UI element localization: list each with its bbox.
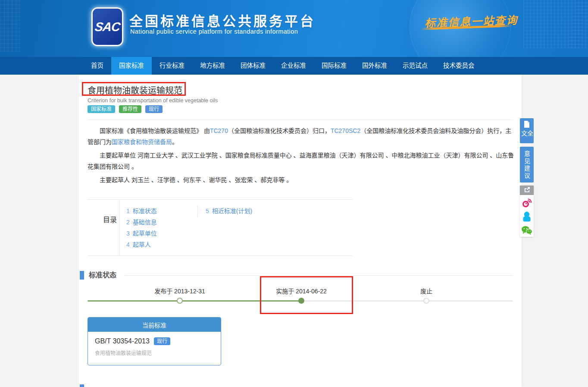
- standard-title-english: Criterion for bulk transportation of edi…: [88, 98, 218, 104]
- standard-name: 食用植物油散装运输规范: [95, 349, 214, 356]
- weibo-share-button[interactable]: [522, 198, 532, 209]
- intro-paragraph: 国家标准《食用植物油散装运输规范》 由TC270（全国粮油标准化技术委员会）归口…: [88, 125, 515, 148]
- qq-icon: [522, 211, 532, 224]
- link-tc270[interactable]: TC270: [210, 127, 228, 134]
- timeline-dot-implemented: [298, 298, 304, 304]
- content-panel: 食用植物油散装运输规范 Criterion for bulk transport…: [79, 75, 522, 387]
- section-title-status: 标准状态: [89, 271, 116, 280]
- nav-item-national-standards[interactable]: 国家标准: [111, 57, 152, 75]
- timeline-label-published: 发布于 2013-12-31: [132, 286, 227, 295]
- drafters-paragraph: 主要起草人 刘玉兰 、汪学德 、何东平 、谢华民 、张宏荣 、郝克非等 。: [88, 174, 515, 186]
- toc-item-similar-standards[interactable]: 5相近标准(计划): [206, 205, 252, 217]
- toc-column-divider: [197, 206, 198, 217]
- nav-item-enterprise-standards[interactable]: 企业标准: [273, 57, 314, 75]
- current-standard-card[interactable]: 当前标准 GB/T 30354-2013 现行 食用植物油散装运输规范: [88, 317, 221, 365]
- fulltext-button[interactable]: 全文: [520, 118, 534, 143]
- nav-item-demonstration-pilot[interactable]: 示范试点: [395, 57, 435, 75]
- section-accent-bar: [80, 271, 84, 280]
- sac-logo-text: SAC: [94, 20, 121, 34]
- main-nav: 首页 国家标准 行业标准 地方标准 团体标准 企业标准 国际标准 国外标准 示范…: [0, 57, 588, 75]
- site-title: 全国标准信息公共服务平台: [129, 10, 316, 30]
- document-icon: [524, 121, 530, 129]
- page: SAC 全国标准信息公共服务平台 National public service…: [0, 0, 588, 387]
- header-pattern: [523, 0, 588, 48]
- tag-recommended: 推荐性: [119, 105, 141, 113]
- standard-title: 食用植物油散装运输规范: [88, 84, 182, 96]
- tag-national-standard: 国家标准: [88, 105, 115, 113]
- toc-label: 目录: [103, 214, 117, 224]
- tag-in-force: 现行: [145, 105, 163, 113]
- toc-item-drafters[interactable]: 4起草人: [126, 239, 151, 250]
- wechat-share-button[interactable]: [522, 226, 532, 236]
- intro-text: （全国粮油标准化技术委员会）归口，: [228, 127, 331, 134]
- standard-tags: 国家标准 推荐性 现行: [88, 105, 163, 113]
- divider: [88, 120, 513, 120]
- current-standard-card-body: GB/T 30354-2013 现行 食用植物油散装运输规范: [88, 332, 221, 356]
- intro-text: 。: [172, 138, 178, 145]
- timeline-line-future: [301, 300, 513, 302]
- sac-logo[interactable]: SAC: [91, 7, 123, 46]
- share-button[interactable]: [520, 186, 534, 195]
- timeline-dot-abolished: [423, 298, 429, 304]
- toc-item-status[interactable]: 1标准状态: [126, 205, 157, 217]
- share-icon: [524, 186, 530, 194]
- next-section-accent-bar: [80, 384, 84, 387]
- link-grain-reserves-bureau[interactable]: 国家粮食和物资储备局: [112, 138, 172, 145]
- timeline-dot-published: [177, 298, 183, 304]
- intro-text: 国家标准《食用植物油散装运输规范》 由: [100, 127, 210, 134]
- nav-item-international-standards[interactable]: 国际标准: [314, 57, 354, 75]
- nav-item-foreign-standards[interactable]: 国外标准: [354, 57, 395, 75]
- toc-divider: [119, 200, 120, 255]
- toc-item-drafting-units[interactable]: 3起草单位: [126, 228, 157, 239]
- nav-item-industry-standards[interactable]: 行业标准: [152, 57, 192, 75]
- site-header: SAC 全国标准信息公共服务平台 National public service…: [0, 0, 588, 57]
- timeline-label-abolished: 废止: [379, 286, 474, 295]
- wechat-icon: [521, 226, 532, 237]
- table-of-contents: 目录 1标准状态 2基础信息 3起草单位 4起草人 5相近标准(计划): [88, 199, 353, 256]
- annotation-box-implementation-date: [260, 276, 353, 314]
- badge-in-force: 现行: [154, 337, 170, 345]
- timeline-label-implemented: 实施于 2014-06-22: [254, 286, 349, 295]
- standard-code[interactable]: GB/T 30354-2013: [95, 337, 150, 345]
- nav-item-home[interactable]: 首页: [83, 57, 111, 75]
- current-standard-card-header: 当前标准: [88, 318, 221, 332]
- weibo-icon: [522, 198, 532, 209]
- section-rule: [125, 275, 513, 276]
- nav-item-technical-committee[interactable]: 技术委员会: [435, 57, 482, 75]
- share-toolbar: [520, 186, 534, 237]
- timeline-line-active: [88, 300, 301, 302]
- drafting-units-paragraph: 主要起草单位 河南工业大学 、武汉工业学院 、国家粮食局标准质量中心 、益海嘉里…: [88, 150, 515, 172]
- feedback-button[interactable]: 意见建议: [520, 147, 534, 182]
- nav-item-group-standards[interactable]: 团体标准: [233, 57, 273, 75]
- nav-item-local-standards[interactable]: 地方标准: [192, 57, 233, 75]
- header-pattern: [0, 0, 20, 52]
- fulltext-button-label: 全文: [521, 130, 533, 143]
- toc-item-basic-info[interactable]: 2基础信息: [126, 217, 157, 228]
- feedback-button-label: 意见建议: [524, 151, 530, 180]
- site-subtitle: National public service platform for sta…: [130, 28, 298, 35]
- qq-share-button[interactable]: [522, 212, 532, 223]
- link-tc270sc2[interactable]: TC270SC2: [331, 127, 360, 134]
